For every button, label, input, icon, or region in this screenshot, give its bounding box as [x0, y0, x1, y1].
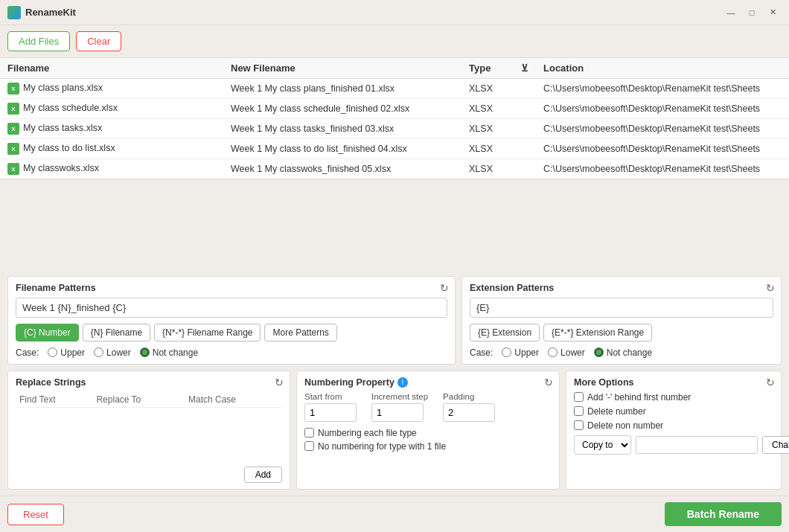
extension-pattern-input[interactable] — [470, 298, 773, 318]
replace-col-match: Match Case — [185, 392, 282, 408]
filename-patterns-title: Filename Patterns — [16, 283, 447, 293]
add-dash-label: Add '-' behind first number — [587, 392, 691, 403]
delete-non-number-checkbox[interactable] — [574, 420, 584, 430]
middle-spacer — [0, 179, 789, 270]
filename-pattern-buttons: {C} Number{N} Filename{N*-*} Filename Ra… — [16, 324, 447, 342]
table-row[interactable]: My class schedule.xlsx Week 1 My class s… — [0, 99, 789, 119]
cell-type: XLSX — [461, 159, 514, 179]
cell-new-filename: Week 1 My class schedule_finished 02.xls… — [223, 99, 461, 119]
cell-filter — [514, 119, 536, 139]
cell-type: XLSX — [461, 99, 514, 119]
numbering-property-refresh[interactable]: ↻ — [544, 376, 553, 388]
numbering-property-title: Numbering Property — [304, 377, 394, 388]
clear-button[interactable]: Clear — [76, 31, 121, 51]
cell-location: C:\Users\mobeesoft\Desktop\RenameKit tes… — [536, 79, 789, 99]
table-row[interactable]: My class tasks.xlsx Week 1 My class task… — [0, 119, 789, 139]
start-from-label: Start from — [304, 392, 357, 401]
table-row[interactable]: My classwoks.xlsx Week 1 My classwoks_fi… — [0, 159, 789, 179]
batch-rename-button[interactable]: Batch Rename — [665, 502, 782, 526]
filename-pattern-button[interactable]: {C} Number — [16, 324, 79, 342]
replace-table: Find Text Replace To Match Case — [16, 392, 282, 460]
copy-to-input[interactable] — [636, 436, 758, 454]
toolbar: Add Files Clear — [0, 25, 789, 57]
extension-pattern-buttons: {E} Extension{E*-*} Extension Range — [470, 324, 773, 342]
col-header-filter[interactable]: ⊻ — [514, 58, 536, 79]
col-header-location: Location — [536, 58, 789, 79]
file-icon — [7, 83, 19, 94]
extension-pattern-button[interactable]: {E*-*} Extension Range — [543, 324, 652, 342]
bottom-panels: Filename Patterns ↻ {C} Number{N} Filena… — [0, 270, 789, 496]
add-dash-checkbox[interactable] — [574, 392, 584, 402]
minimize-button[interactable]: — — [722, 5, 740, 20]
increment-step-field: Increment step — [371, 392, 428, 422]
more-options-panel: More Options ↻ Add '-' behind first numb… — [566, 371, 782, 490]
extension-case-lower[interactable]: Lower — [548, 347, 585, 358]
reset-button[interactable]: Reset — [7, 504, 64, 525]
title-bar: RenameKit — □ ✕ — [0, 0, 789, 25]
app-icon — [7, 6, 21, 19]
no-numbering-for-type-row: No numbering for type with 1 file — [304, 441, 552, 452]
filename-case-notchange[interactable]: Not change — [140, 347, 198, 358]
filename-case-lower[interactable]: Lower — [94, 347, 131, 358]
filename-patterns-refresh[interactable]: ↻ — [440, 282, 449, 294]
file-icon — [7, 103, 19, 115]
more-options-refresh[interactable]: ↻ — [766, 376, 775, 388]
padding-label: Padding — [443, 392, 495, 401]
cell-type: XLSX — [461, 139, 514, 159]
more-options-title: More Options — [574, 377, 773, 388]
title-bar-left: RenameKit — [7, 6, 76, 19]
extension-case-row: Case: Upper Lower Not change — [470, 347, 773, 358]
cell-filename: My classwoks.xlsx — [0, 159, 223, 179]
increment-step-input[interactable] — [371, 403, 424, 422]
numbering-each-file-type-checkbox[interactable] — [304, 428, 314, 438]
replace-add-button[interactable]: Add — [244, 467, 282, 483]
cell-filter — [514, 159, 536, 179]
extension-pattern-button[interactable]: {E} Extension — [470, 324, 540, 342]
extension-case-upper[interactable]: Upper — [502, 347, 539, 358]
replace-strings-refresh[interactable]: ↻ — [275, 376, 284, 388]
file-table-container: Filename New Filename Type ⊻ Location My… — [0, 57, 789, 179]
cell-location: C:\Users\mobeesoft\Desktop\RenameKit tes… — [536, 119, 789, 139]
add-files-button[interactable]: Add Files — [7, 31, 70, 51]
extension-case-notchange[interactable]: Not change — [594, 347, 652, 358]
file-icon — [7, 143, 19, 155]
extension-patterns-panel: Extension Patterns ↻ {E} Extension{E*-*}… — [461, 276, 782, 365]
start-from-input[interactable] — [304, 403, 357, 422]
delete-number-option-row: Delete number — [574, 406, 773, 417]
padding-input[interactable] — [443, 403, 495, 422]
extension-case-label: Case: — [470, 347, 493, 358]
filename-case-upper[interactable]: Upper — [48, 347, 85, 358]
maximize-button[interactable]: □ — [743, 5, 761, 20]
col-header-new-filename: New Filename — [223, 58, 461, 79]
copy-to-select[interactable]: Copy to Move to — [574, 435, 631, 455]
cell-new-filename: Week 1 My class plans_finished 01.xlsx — [223, 79, 461, 99]
numbering-each-file-type-label: Numbering each file type — [318, 428, 417, 438]
cell-filename: My class schedule.xlsx — [0, 99, 223, 119]
table-row[interactable]: My class plans.xlsx Week 1 My class plan… — [0, 79, 789, 99]
file-icon — [7, 163, 19, 175]
numbering-property-panel: Numbering Property i ↻ Start from Increm… — [296, 371, 560, 490]
numbering-each-file-type-row: Numbering each file type — [304, 428, 552, 438]
copy-to-row: Copy to Move to Change — [574, 435, 773, 455]
replace-strings-panel: Replace Strings ↻ Find Text Replace To M… — [7, 371, 290, 490]
cell-new-filename: Week 1 My class tasks_finished 03.xlsx — [223, 119, 461, 139]
replace-col-find: Find Text — [16, 392, 92, 408]
filename-pattern-input[interactable] — [16, 298, 447, 318]
filename-pattern-button[interactable]: {N*-*} Filename Range — [154, 324, 261, 342]
no-numbering-for-type-checkbox[interactable] — [304, 441, 314, 451]
change-button[interactable]: Change — [762, 436, 789, 454]
delete-number-checkbox[interactable] — [574, 406, 584, 416]
padding-field: Padding — [443, 392, 495, 422]
panel-row-1: Filename Patterns ↻ {C} Number{N} Filena… — [7, 276, 782, 365]
numbering-info-icon[interactable]: i — [397, 377, 408, 388]
table-row[interactable]: My class to do list.xlsx Week 1 My class… — [0, 139, 789, 159]
cell-filter — [514, 139, 536, 159]
cell-new-filename: Week 1 My classwoks_finished 05.xlsx — [223, 159, 461, 179]
no-numbering-for-type-label: No numbering for type with 1 file — [318, 441, 446, 452]
filename-pattern-button[interactable]: {N} Filename — [83, 324, 150, 342]
extension-patterns-title: Extension Patterns — [470, 283, 773, 293]
filename-pattern-button[interactable]: More Patterns — [264, 324, 336, 342]
close-button[interactable]: ✕ — [764, 5, 782, 20]
extension-patterns-refresh[interactable]: ↻ — [766, 282, 775, 294]
filename-case-label: Case: — [16, 347, 39, 358]
